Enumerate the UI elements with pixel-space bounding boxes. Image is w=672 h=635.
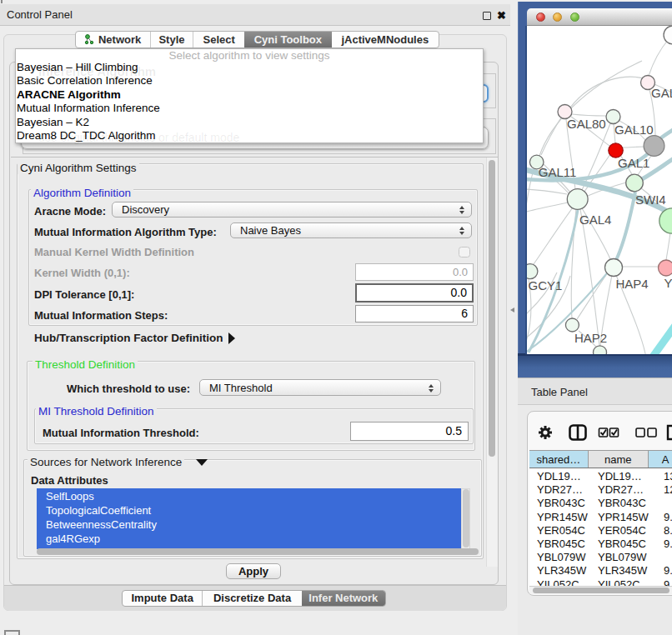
svg-text:Y: Y xyxy=(664,276,672,290)
svg-text:SWI4: SWI4 xyxy=(635,192,666,207)
svg-text:GAL1: GAL1 xyxy=(618,156,649,170)
svg-text:HAP4: HAP4 xyxy=(615,277,648,291)
svg-text:GCY1: GCY1 xyxy=(529,278,563,292)
svg-text:GAL80: GAL80 xyxy=(567,117,606,131)
svg-text:GAL4: GAL4 xyxy=(579,212,611,227)
svg-text:HAP2: HAP2 xyxy=(574,331,607,345)
svg-text:GAL11: GAL11 xyxy=(539,165,577,179)
svg-text:GAL10: GAL10 xyxy=(614,122,654,137)
svg-text:GAL2: GAL2 xyxy=(651,86,672,100)
